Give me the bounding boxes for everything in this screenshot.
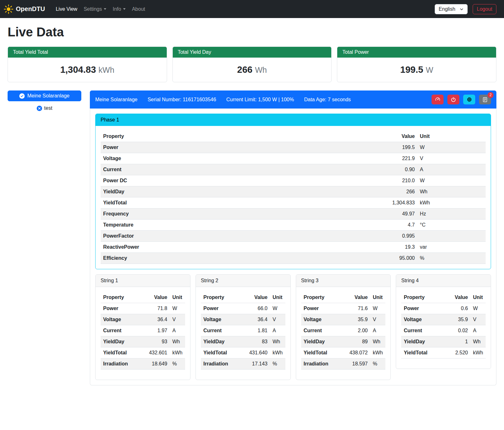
col-property: Property (101, 131, 373, 142)
property-name: ReactivePower (101, 242, 373, 253)
property-unit: W (370, 303, 385, 314)
property-value: 71.6 (347, 303, 370, 314)
property-name: Efficiency (101, 253, 373, 264)
property-value: 266 (373, 186, 417, 197)
summary-card-value: 266 (237, 65, 252, 75)
property-value: 1,304.833 (373, 197, 417, 209)
summary-card-value: 199.5 (400, 65, 423, 75)
phase-card: Phase 1 Property Value Unit (95, 114, 491, 269)
property-name: Current (101, 164, 373, 175)
property-value: 19.3 (373, 242, 417, 253)
table-row: Power 71.8 W (101, 303, 185, 314)
table-row: YieldDay 83 Wh (201, 336, 285, 347)
table-row: Voltage 35.9 V (301, 314, 386, 325)
summary-card-unit: W (426, 65, 433, 74)
string-3-table: Property Value Unit Power (301, 292, 386, 370)
property-value: 36.4 (146, 314, 170, 325)
property-name: YieldDay (101, 336, 146, 347)
table-row: YieldDay 93 Wh (101, 336, 185, 347)
property-value: 0.90 (373, 164, 417, 175)
property-value: 2.00 (347, 325, 370, 336)
property-unit: kWh (370, 347, 385, 358)
limit-settings-button[interactable] (432, 95, 444, 104)
event-count-badge: 2 (488, 92, 494, 98)
speedometer-icon (435, 97, 441, 103)
summary-card-unit: kWh (98, 65, 114, 74)
table-row: Current 1.97 A (101, 325, 185, 336)
inverter-select-button[interactable]: Meine Solaranlage (8, 90, 81, 101)
language-select[interactable]: English (435, 4, 468, 14)
col-value: Value (146, 292, 170, 303)
property-unit: Wh (417, 186, 486, 197)
page-title: Live Data (8, 24, 496, 40)
test-inverter-link[interactable]: test (8, 105, 81, 111)
logout-button[interactable]: Logout (473, 4, 496, 14)
brand-link[interactable]: OpenDTU (4, 4, 45, 14)
property-name: Power (401, 303, 447, 314)
property-name: Voltage (401, 314, 447, 325)
property-name: YieldTotal (301, 347, 347, 358)
inverter-name: Meine Solaranlage (95, 97, 137, 103)
summary-card-title: Total Power (337, 47, 496, 58)
property-value: 89 (347, 336, 370, 347)
property-value: 35.9 (447, 314, 470, 325)
table-row: YieldTotal 1,304.833 kWh (101, 197, 486, 209)
nav-info-dropdown[interactable]: Info (109, 4, 129, 15)
col-property: Property (101, 292, 146, 303)
table-row: YieldDay 1 Wh (401, 336, 486, 347)
device-info-button[interactable] (463, 95, 475, 104)
table-row: Current 1.81 A (201, 325, 285, 336)
property-name: YieldDay (201, 336, 247, 347)
table-row: Current 0.02 A (401, 325, 486, 336)
property-value: 1 (447, 336, 470, 347)
inverter-limit: Current Limit: 1,500 W | 100% (226, 97, 294, 103)
test-inverter-label: test (44, 105, 53, 111)
nav-about[interactable]: About (129, 4, 148, 15)
string-card-title: String 1 (96, 275, 190, 287)
col-value: Value (347, 292, 370, 303)
property-value: 210.0 (373, 175, 417, 186)
table-header-row: Property Value Unit (101, 292, 185, 303)
string-3-card: String 3 Property Value Unit (296, 274, 391, 380)
property-name: YieldDay (401, 336, 447, 347)
inverter-sidebar: Meine Solaranlage test (8, 90, 81, 111)
summary-card-unit: Wh (255, 65, 267, 74)
string-2-table: Property Value Unit Power (201, 292, 285, 370)
total-yield-day-card: Total Yield Day 266Wh (172, 47, 332, 82)
string-card-title: String 4 (396, 275, 491, 287)
property-name: Current (401, 325, 447, 336)
property-unit: Wh (370, 336, 385, 347)
property-value: 1.81 (247, 325, 270, 336)
table-row: Voltage 36.4 V (101, 314, 185, 325)
property-name: Power DC (101, 175, 373, 186)
navbar: OpenDTU Live View Settings Info About En… (0, 0, 504, 18)
property-unit: A (170, 325, 185, 336)
phase-table: Property Value Unit Power (101, 131, 486, 264)
property-name: YieldDay (301, 336, 347, 347)
power-toggle-button[interactable] (447, 95, 459, 104)
property-name: Power (101, 142, 373, 153)
string-2-card: String 2 Property Value Unit (196, 274, 291, 380)
nav-live-view[interactable]: Live View (53, 4, 80, 15)
table-row: YieldDay 266 Wh (101, 186, 486, 197)
property-value: 35.9 (347, 314, 370, 325)
property-value: 17.143 (247, 358, 270, 370)
chevron-down-icon (460, 7, 464, 11)
table-row: Irradiation 18.649 % (101, 358, 185, 370)
property-unit: var (417, 242, 486, 253)
property-unit: % (417, 253, 486, 264)
property-unit: % (370, 358, 385, 370)
property-name: YieldTotal (101, 197, 373, 209)
property-unit: Wh (270, 336, 285, 347)
property-unit: A (417, 164, 486, 175)
inverter-panel-body: Phase 1 Property Value Unit (90, 109, 496, 385)
property-name: Voltage (101, 314, 146, 325)
property-unit: A (270, 325, 285, 336)
inverter-serial: Serial Number: 116171603546 (147, 97, 216, 103)
summary-card-title: Total Yield Day (173, 47, 332, 58)
nav-settings-dropdown[interactable]: Settings (80, 4, 109, 15)
property-value: 0.6 (447, 303, 470, 314)
event-log-button[interactable]: 2 (479, 95, 491, 104)
property-name: Power (201, 303, 247, 314)
property-value: 1.97 (146, 325, 170, 336)
